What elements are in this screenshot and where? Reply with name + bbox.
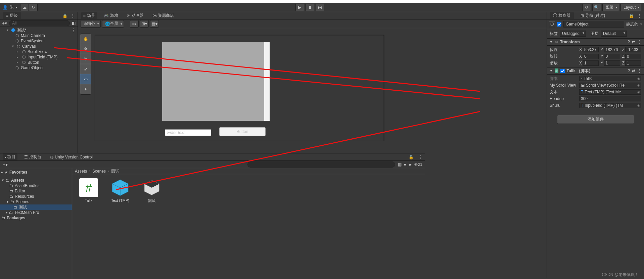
text-field[interactable]: TText (TMP) (Text Me (579, 89, 641, 95)
hierarchy-item[interactable]: ▸⬡Button (0, 60, 78, 65)
layers-dropdown[interactable]: 图层 (602, 4, 619, 11)
scene-row[interactable]: ▼🔷测试*⋮ (0, 28, 78, 33)
hierarchy-search[interactable] (9, 20, 70, 26)
rot-z[interactable] (625, 54, 641, 59)
script-enabled-checkbox[interactable] (560, 69, 565, 73)
kebab-icon[interactable]: ⋮ (418, 155, 422, 159)
search-mode-icon[interactable]: ◧ (72, 21, 76, 26)
layer-dropdown[interactable]: Default (601, 31, 627, 37)
layout-dropdown[interactable]: Layout (620, 4, 641, 11)
chevron-down-icon[interactable]: ▾ (640, 22, 642, 26)
hidden-count-icon[interactable]: 👁21 (414, 162, 422, 167)
tab-project[interactable]: ▪项目 (3, 153, 17, 160)
preset-icon[interactable]: ⇄ (632, 68, 635, 73)
hierarchy-item[interactable]: ▸⬡Scroll View (0, 49, 78, 54)
kebab-icon[interactable]: ⋮ (71, 13, 75, 18)
cloud-icon[interactable]: ☁ (20, 4, 29, 11)
favorites-row[interactable]: ▸★Favorites (0, 170, 72, 175)
scale-x[interactable] (583, 60, 599, 66)
folder-row[interactable]: ▼🗀Scenes (0, 199, 72, 204)
hierarchy-tab[interactable]: ≡层级 (3, 12, 21, 19)
filter-type-icon[interactable]: ▦ (398, 162, 402, 167)
breadcrumb-item[interactable]: Scenes (92, 169, 106, 174)
script-ref-field[interactable]: ▫Tallk (579, 76, 641, 81)
canvas-outline[interactable]: Enter text... Button (95, 35, 384, 141)
scale-y[interactable] (604, 60, 620, 66)
tab-console[interactable]: ☰控制台 (22, 153, 43, 160)
scale-tool[interactable]: ⤢ (80, 64, 91, 74)
tab-uvc[interactable]: ◎Unity Version Control (48, 154, 95, 160)
move-tool[interactable]: ✥ (80, 44, 91, 54)
project-search[interactable] (247, 161, 395, 168)
lock-icon[interactable]: 🔒 (409, 155, 414, 159)
ui-button[interactable]: Button (219, 127, 266, 136)
kebab-icon[interactable]: ⋮ (637, 40, 641, 44)
folder-row[interactable]: 🗀Editor (0, 188, 72, 194)
kebab-icon[interactable]: ⋮ (72, 28, 76, 33)
kebab-icon[interactable]: ⋮ (637, 13, 641, 18)
navigation-tab[interactable]: ⊞导航 (过时) (577, 12, 608, 19)
add-component-button[interactable]: 添加组件 (557, 115, 634, 124)
active-checkbox[interactable] (557, 22, 561, 27)
folder-row-selected[interactable]: 🗀测试 (0, 204, 72, 210)
assets-row[interactable]: ▼🗀Assets (0, 178, 72, 183)
preset-icon[interactable]: ⇄ (632, 40, 635, 44)
pause-button[interactable]: ⏸ (306, 4, 314, 11)
asset-scene[interactable]: 测试 (141, 178, 163, 203)
breadcrumb-item[interactable]: 测试 (111, 168, 119, 174)
kebab-icon[interactable]: ⋮ (637, 68, 641, 73)
pos-x[interactable] (583, 47, 599, 52)
hierarchy-item[interactable]: ⬡GameObject (0, 65, 78, 71)
create-dropdown[interactable]: +▾ (2, 20, 7, 26)
lock-icon[interactable]: 🔒 (629, 13, 634, 18)
asset-script[interactable]: #Tallk (78, 178, 100, 202)
breadcrumb-item[interactable]: Assets (75, 169, 87, 174)
menubar[interactable] (0, 0, 644, 3)
grid-snap-icon[interactable]: ⌗▾ (130, 20, 139, 28)
account-menu[interactable]: 👤 朱 ▾ (3, 4, 17, 10)
pos-z[interactable] (625, 47, 641, 52)
create-asset-dropdown[interactable]: +▾ (3, 162, 8, 167)
ui-input-field[interactable]: Enter text... (165, 129, 211, 136)
pos-y[interactable] (604, 47, 620, 52)
undo-history-icon[interactable]: ↺ (582, 4, 591, 11)
grid-visible-icon[interactable]: ▦▾ (150, 20, 159, 28)
hierarchy-item[interactable]: ⬡Main Camera (0, 33, 78, 38)
help-icon[interactable]: ? (628, 68, 630, 73)
myscroll-field[interactable]: ▣Scroll View (Scroll Re (579, 83, 641, 88)
hierarchy-item[interactable]: ⬡EventSystem (0, 38, 78, 44)
play-button[interactable]: ▶ (295, 4, 304, 11)
folder-row[interactable]: 🗀Resources (0, 194, 72, 199)
global-dropdown[interactable]: 🌐全局 (102, 20, 124, 28)
script-header[interactable]: ▼ # Tallk （脚本） ?⇄⋮ (547, 67, 644, 75)
hierarchy-item[interactable]: ▸⬡InputField (TMP) (0, 54, 78, 60)
search-icon[interactable]: 🔍 (592, 4, 601, 11)
scrollbar[interactable] (264, 42, 270, 121)
gameobject-name-input[interactable] (563, 21, 624, 28)
favorite-icon[interactable]: ★ (408, 162, 412, 167)
pivot-dropdown[interactable]: ⊕轴心 (81, 20, 101, 28)
inspector-tab[interactable]: ⓘ检查器 (550, 12, 574, 19)
tab-game[interactable]: 🎮游戏 (102, 12, 120, 19)
packages-row[interactable]: 🗀Packages (0, 215, 72, 221)
transform-tool[interactable]: ✦ (80, 84, 91, 94)
transform-header[interactable]: ▼ ⤭ Transform ?⇄⋮ (547, 38, 644, 46)
headup-field[interactable] (579, 96, 641, 101)
filter-label-icon[interactable]: ● (404, 162, 406, 167)
lock-icon[interactable]: 🔒 (62, 13, 67, 18)
ui-scroll-view[interactable] (162, 42, 270, 121)
shuru-field[interactable]: TInputField (TMP) (TM (579, 103, 641, 108)
tab-scene[interactable]: ⌗场景 (81, 12, 97, 19)
folder-row[interactable]: 🗀AssetBundles (0, 183, 72, 188)
tag-dropdown[interactable]: Untagged (560, 31, 586, 37)
asset-prefab[interactable]: Text (TMP) (109, 178, 131, 202)
snap-increment-icon[interactable]: ⊞▾ (140, 20, 149, 28)
rotate-tool[interactable]: ↻ (80, 54, 91, 64)
rot-y[interactable] (604, 54, 620, 59)
rot-x[interactable] (583, 54, 599, 59)
folder-row[interactable]: ▸🗀TextMesh Pro (0, 210, 72, 215)
step-button[interactable]: ⏭ (316, 4, 324, 11)
tab-animator[interactable]: ⊱动画器 (125, 12, 146, 19)
tab-assetstore[interactable]: 🛍资源商店 (150, 12, 176, 19)
hand-tool[interactable]: ✋ (80, 34, 91, 44)
